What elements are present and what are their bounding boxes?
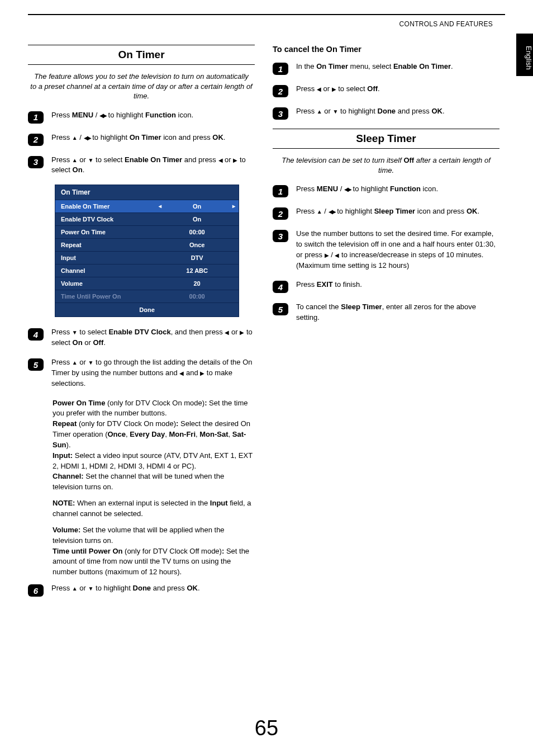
osd-value: Once	[155, 239, 239, 251]
osd-value: On	[155, 200, 239, 212]
up-icon	[72, 133, 78, 141]
step-text: Press or to go through the list adding t…	[51, 357, 255, 389]
step-text: Press or to highlight Done and press OK.	[296, 106, 499, 117]
language-tab: English	[516, 34, 533, 76]
step-text: To cancel the Sleep Timer, enter all zer…	[296, 302, 499, 323]
on-timer-intro: The feature allows you to set the televi…	[28, 72, 255, 101]
step-6: 6 Press or to highlight Done and press O…	[28, 583, 255, 597]
osd-value: DTV	[155, 252, 239, 264]
content-area: On Timer The feature allows you to set t…	[28, 45, 499, 706]
osd-value: On	[155, 213, 239, 225]
step-badge: 1	[273, 185, 288, 197]
osd-value: 20	[155, 277, 239, 290]
up-icon	[72, 155, 78, 164]
step-badge: 5	[273, 303, 288, 315]
osd-label: Input	[55, 252, 155, 264]
osd-row: Input DTV	[55, 251, 239, 264]
detail-power-on-time: Power On Time (only for DTV Clock On mod…	[53, 398, 255, 493]
left-right-icon	[329, 207, 335, 215]
header-section: CONTROLS AND FEATURES	[399, 20, 493, 28]
step-badge: 2	[273, 85, 288, 97]
down-icon	[333, 107, 339, 115]
up-icon	[317, 207, 322, 215]
osd-label: Volume	[55, 277, 155, 290]
osd-label: Channel	[55, 264, 155, 277]
step-badge: 2	[28, 134, 44, 146]
step-text: Press or to select Off.	[296, 84, 499, 94]
step-badge: 3	[28, 156, 44, 168]
osd-row: Enable On Timer On	[55, 200, 239, 212]
top-rule	[28, 14, 505, 15]
cancel-on-timer-title: To cancel the On Timer	[273, 45, 499, 54]
down-icon	[88, 358, 94, 366]
up-icon	[317, 107, 322, 115]
osd-value: 00:00	[155, 226, 239, 238]
right-icon	[325, 251, 329, 259]
osd-done: Done	[55, 303, 239, 316]
up-icon	[72, 584, 78, 592]
osd-label: Power On Time	[55, 226, 155, 238]
osd-value: 12 ABC	[155, 264, 239, 277]
down-icon	[88, 584, 94, 592]
step-5: 5 Press or to go through the list adding…	[28, 357, 255, 389]
step-badge: 6	[28, 584, 44, 597]
step-text: In the On Timer menu, select Enable On T…	[296, 62, 499, 72]
step-text: Press / to highlight Sleep Timer icon an…	[296, 206, 499, 217]
step-text: Press / to highlight On Timer icon and p…	[51, 133, 255, 143]
sleep-step-3: 3 Use the number buttons to set the desi…	[273, 229, 499, 271]
step-text: Press EXIT to finish.	[296, 280, 499, 290]
step-text: Press or to select Enable On Timer and p…	[51, 155, 255, 176]
left-right-icon	[84, 133, 91, 141]
step-badge: 5	[28, 358, 44, 371]
step-badge: 1	[273, 63, 288, 75]
osd-label: Enable On Timer	[55, 200, 155, 212]
sleep-step-4: 4 Press EXIT to finish.	[273, 280, 499, 293]
on-timer-title: On Timer	[28, 45, 255, 65]
step-text: Press to select Enable DTV Clock, and th…	[51, 327, 255, 348]
osd-row: Volume 20	[55, 277, 239, 290]
down-icon	[72, 328, 78, 336]
step-badge: 3	[273, 230, 288, 242]
step-3: 3 Press or to select Enable On Timer and…	[28, 155, 255, 176]
step-badge: 2	[273, 207, 288, 220]
down-icon	[88, 155, 94, 164]
detail-note: NOTE: When an external input is selected…	[53, 498, 255, 519]
step-badge: 1	[28, 111, 44, 124]
left-column: On Timer The feature allows you to set t…	[28, 45, 255, 706]
osd-row: Time Until Power On 00:00	[55, 290, 239, 303]
sleep-timer-title: Sleep Timer	[273, 129, 499, 149]
sleep-step-2: 2 Press / to highlight Sleep Timer icon …	[273, 206, 499, 220]
cancel-step-1: 1 In the On Timer menu, select Enable On…	[273, 62, 499, 75]
step-text: Press or to highlight Done and press OK.	[51, 583, 255, 594]
step-text: Press MENU / to highlight Function icon.	[296, 184, 499, 195]
step-badge: 4	[28, 328, 44, 341]
cancel-step-3: 3 Press or to highlight Done and press O…	[273, 106, 499, 120]
up-icon	[72, 358, 78, 366]
detail-volume-time: Volume: Set the volume that will be appl…	[53, 525, 255, 578]
osd-row: Repeat Once	[55, 238, 239, 251]
left-right-icon	[344, 185, 351, 193]
osd-title: On Timer	[55, 185, 239, 200]
osd-label: Repeat	[55, 239, 155, 251]
step-text: Press MENU / to highlight Function icon.	[51, 110, 255, 121]
osd-row: Power On Time 00:00	[55, 225, 239, 238]
sleep-timer-intro: The television can be set to turn itself…	[273, 155, 499, 175]
osd-label: Time Until Power On	[55, 290, 155, 303]
page-number: 65	[0, 716, 533, 740]
osd-row: Enable DTV Clock On	[55, 212, 239, 225]
right-column: To cancel the On Timer 1 In the On Timer…	[273, 45, 499, 706]
osd-label: Enable DTV Clock	[55, 213, 155, 225]
osd-value: 00:00	[155, 290, 239, 303]
step-badge: 3	[273, 107, 288, 120]
sleep-step-5: 5 To cancel the Sleep Timer, enter all z…	[273, 302, 499, 323]
left-icon	[317, 84, 321, 93]
step-badge: 4	[273, 281, 288, 293]
right-icon	[332, 84, 336, 93]
step-1: 1 Press MENU / to highlight Function ico…	[28, 110, 255, 124]
cancel-step-2: 2 Press or to select Off.	[273, 84, 499, 97]
step-2: 2 Press / to highlight On Timer icon and…	[28, 133, 255, 146]
sleep-step-1: 1 Press MENU / to highlight Function ico…	[273, 184, 499, 197]
osd-row: Channel 12 ABC	[55, 264, 239, 277]
step-text: Use the number buttons to set the desire…	[296, 229, 499, 271]
step-4: 4 Press to select Enable DTV Clock, and …	[28, 327, 255, 348]
